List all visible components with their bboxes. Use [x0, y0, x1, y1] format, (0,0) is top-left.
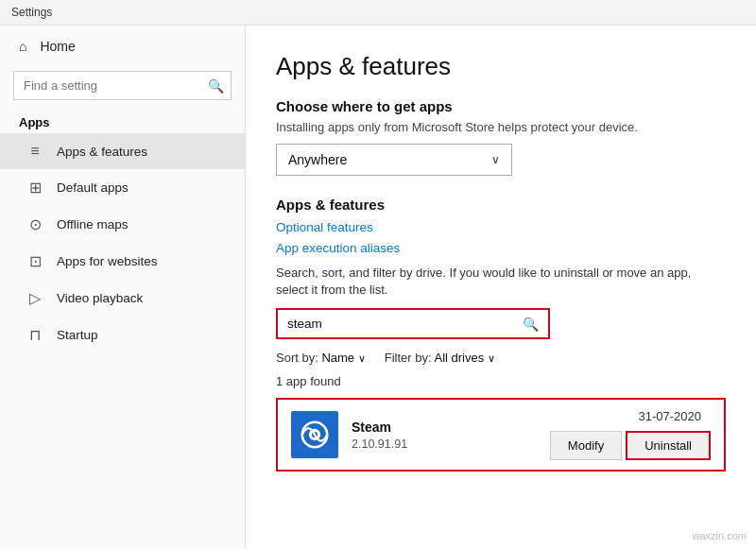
dropdown-value: Anywhere: [288, 152, 347, 167]
choose-hint: Installing apps only from Microsoft Stor…: [276, 120, 726, 134]
default-apps-icon: ⊞: [26, 179, 43, 197]
sidebar-item-default-apps[interactable]: ⊞ Default apps: [0, 169, 245, 206]
sidebar-item-label: Default apps: [57, 180, 129, 195]
sort-chevron-icon: ∨: [358, 352, 366, 364]
sidebar-section-label: Apps: [0, 110, 245, 133]
app-list-item: Steam 2.10.91.91 31-07-2020 Modify Unins…: [276, 398, 726, 472]
sidebar: ⌂ Home 🔍 Apps ≡ Apps & features ⊞ Defaul…: [0, 26, 246, 549]
apps-source-dropdown[interactable]: Anywhere ∨: [276, 144, 512, 176]
title-bar-label: Settings: [11, 6, 52, 19]
sidebar-item-label: Video playback: [57, 291, 143, 305]
home-icon: ⌂: [19, 39, 26, 54]
choose-apps-section: Choose where to get apps Installing apps…: [276, 98, 726, 176]
sidebar-home-label: Home: [40, 39, 75, 54]
apps-count: 1 app found: [276, 374, 726, 388]
video-playback-icon: ▷: [26, 289, 43, 307]
filter-value[interactable]: All drives ∨: [434, 351, 494, 365]
sidebar-item-apps-websites[interactable]: ⊡ Apps for websites: [0, 243, 245, 280]
filter-chevron-icon: ∨: [488, 352, 495, 364]
app-name: Steam: [352, 420, 550, 435]
action-buttons: Modify Uninstall: [550, 431, 711, 460]
steam-app-icon: [291, 411, 338, 458]
apps-features-heading: Apps & features: [276, 197, 726, 213]
chevron-down-icon: ∨: [491, 153, 500, 166]
sidebar-item-label: Apps & features: [57, 145, 147, 159]
filter-label: Filter by: All drives ∨: [385, 351, 495, 365]
sidebar-item-label: Apps for websites: [57, 254, 158, 268]
apps-features-section: Apps & features Optional features App ex…: [276, 197, 726, 472]
sort-value[interactable]: Name ∨: [321, 351, 365, 365]
steam-app-info: Steam 2.10.91.91: [352, 420, 550, 451]
sidebar-item-label: Offline maps: [57, 217, 129, 232]
watermark: waxzin.com: [693, 530, 747, 541]
sidebar-search-container: 🔍: [13, 71, 232, 100]
sidebar-search-input[interactable]: [13, 71, 232, 100]
app-search-input[interactable]: [278, 310, 513, 337]
app-search-icon: 🔍: [513, 317, 548, 332]
filter-description: Search, sort, and filter by drive. If yo…: [276, 265, 726, 299]
app-version: 2.10.91.91: [352, 437, 550, 451]
steam-app-row: Steam 2.10.91.91 31-07-2020 Modify Unins…: [276, 398, 726, 472]
apps-features-icon: ≡: [26, 143, 43, 160]
app-date: 31-07-2020: [639, 409, 702, 423]
sidebar-item-offline-maps[interactable]: ⊙ Offline maps: [0, 206, 245, 243]
sort-filter-row: Sort by: Name ∨ Filter by: All drives ∨: [276, 351, 726, 365]
title-bar: Settings: [0, 0, 756, 26]
sidebar-search-icon: 🔍: [208, 78, 224, 94]
choose-heading: Choose where to get apps: [276, 98, 726, 114]
sidebar-item-apps-features[interactable]: ≡ Apps & features: [0, 133, 245, 169]
modify-button[interactable]: Modify: [550, 431, 622, 460]
uninstall-button[interactable]: Uninstall: [626, 431, 711, 460]
sidebar-item-video-playback[interactable]: ▷ Video playback: [0, 280, 245, 317]
page-title: Apps & features: [276, 52, 726, 81]
apps-websites-icon: ⊡: [26, 252, 43, 270]
optional-features-link[interactable]: Optional features: [276, 220, 726, 234]
sidebar-item-home[interactable]: ⌂ Home: [0, 26, 245, 67]
app-search-bar: 🔍: [276, 308, 550, 339]
sort-label: Sort by: Name ∨: [276, 351, 366, 365]
offline-maps-icon: ⊙: [26, 215, 43, 233]
app-execution-aliases-link[interactable]: App execution aliases: [276, 241, 726, 255]
startup-icon: ⊓: [26, 326, 43, 344]
sidebar-item-startup[interactable]: ⊓ Startup: [0, 317, 245, 353]
main-content: Apps & features Choose where to get apps…: [246, 26, 756, 549]
sidebar-item-label: Startup: [57, 328, 98, 342]
app-row-right: 31-07-2020 Modify Uninstall: [550, 409, 711, 460]
